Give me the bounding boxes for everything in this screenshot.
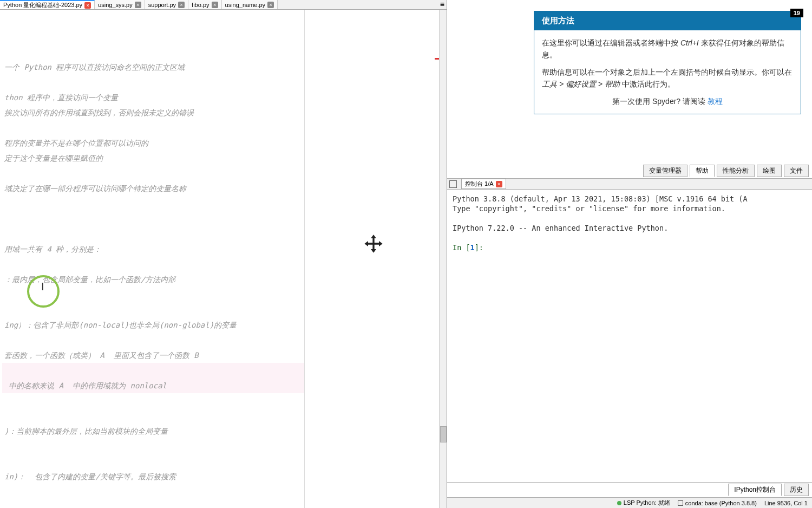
help-p3a: 第一次使用 Spyder? 请阅读	[612, 97, 708, 106]
help-pref-path: 工具 > 偏好设置 > 帮助	[542, 80, 620, 88]
editor-tab-label: fibo.py	[192, 2, 209, 8]
editor-tab-4[interactable]: using_name.py ×	[222, 0, 278, 9]
help-badge: 19	[790, 9, 803, 17]
tab-ipython-console[interactable]: IPython控制台	[728, 484, 782, 496]
editor-tab-3[interactable]: fibo.py ×	[188, 0, 221, 9]
code-line[interactable]	[2, 408, 304, 424]
error-marker	[435, 58, 439, 60]
tab-profiler[interactable]: 性能分析	[717, 165, 755, 177]
code-line[interactable]: ing）：包含了非局部(non-local)也非全局(non-global)的变…	[2, 317, 304, 333]
code-line[interactable]: )：当前脚本的最外层，比如当前模块的全局变量	[2, 424, 304, 439]
console-line: IPython 7.22.0 -- An enhanced Interactiv…	[453, 224, 668, 232]
code-line[interactable]	[2, 120, 304, 135]
help-title-text: 使用方法	[542, 16, 574, 25]
editor-scrollbar[interactable]	[439, 10, 447, 508]
conda-icon	[678, 500, 683, 506]
code-line[interactable]: 用域一共有 4 种，分别是：	[2, 242, 304, 257]
right-panel: 使用方法 19 在这里你可以通过在编辑器或者终端中按 Ctrl+I 来获得任何对…	[447, 0, 812, 508]
status-conda-text: conda: base (Python 3.8.8)	[685, 500, 757, 506]
code-line[interactable]	[2, 211, 304, 226]
status-lsp[interactable]: LSP Python: 就绪	[617, 499, 670, 507]
console-prompt-num: 1	[470, 243, 475, 252]
close-icon[interactable]: ×	[496, 181, 502, 187]
tab-plots[interactable]: 绘图	[757, 165, 782, 177]
code-line[interactable]: thon 程序中，直接访问一个变量	[2, 90, 304, 105]
help-shortcut: Ctrl+I	[680, 38, 699, 47]
editor-tab-0[interactable]: Python 量化编程基础-2023.py ×	[0, 0, 95, 9]
editor-tab-label: Python 量化编程基础-2023.py	[3, 1, 82, 9]
editor-tab-1[interactable]: using_sys.py ×	[95, 0, 145, 9]
close-icon[interactable]: ×	[267, 2, 274, 8]
help-p2a: 帮助信息可以在一个对象之后加上一个左圆括号的时候自动显示。你可以在	[542, 68, 792, 76]
code-line[interactable]	[2, 287, 304, 302]
code-line[interactable]	[2, 196, 304, 211]
code-line[interactable]: ：最内层，包含局部变量，比如一个函数/方法内部	[2, 272, 304, 287]
close-icon[interactable]: ×	[212, 2, 218, 8]
tab-variable-explorer[interactable]: 变量管理器	[643, 165, 687, 177]
editor-tab-2[interactable]: support.py ×	[145, 0, 188, 9]
code-line[interactable]: 挨次访问所有的作用域直到找到，否则会报未定义的错误	[2, 105, 304, 120]
console-tab-label: 控制台 1/A	[465, 180, 494, 188]
code-line[interactable]	[2, 75, 304, 90]
help-pane-tabs: 变量管理器 帮助 性能分析 绘图 文件	[447, 164, 812, 178]
console-panel: 控制台 1/A × Python 3.8.8 (default, Apr 13 …	[447, 179, 812, 497]
code-line[interactable]: 中的名称来说 A 中的作用域就为 nonlocal	[2, 378, 304, 393]
close-icon[interactable]: ×	[178, 2, 185, 8]
code-line[interactable]	[2, 166, 304, 181]
code-editor[interactable]: 一个 Python 程序可以直接访问命名空间的正文区域 thon 程序中，直接访…	[0, 10, 304, 508]
code-line[interactable]	[2, 484, 304, 499]
code-line[interactable]	[2, 302, 304, 317]
status-bar: LSP Python: 就绪 conda: base (Python 3.8.8…	[447, 497, 812, 508]
status-cursor-pos[interactable]: Line 9536, Col 1	[764, 500, 808, 506]
code-line[interactable]: 域决定了在哪一部分程序可以访问哪个特定的变量名称	[2, 181, 304, 196]
help-title: 使用方法 19	[534, 11, 801, 30]
editor-tab-label: using_sys.py	[98, 2, 133, 8]
code-line[interactable]: 程序的变量并不是在哪个位置都可以访问的	[2, 135, 304, 151]
move-cursor-icon	[363, 233, 384, 259]
close-icon[interactable]: ×	[135, 2, 141, 8]
tab-files[interactable]: 文件	[784, 165, 809, 177]
code-line[interactable]: in)： 包含了内建的变量/关键字等。最后被搜索	[2, 469, 304, 484]
console-tab-1[interactable]: 控制台 1/A ×	[461, 179, 506, 189]
help-p1a: 在这里你可以通过在编辑器或者终端中按	[542, 38, 680, 47]
console-prompt-in: In [	[453, 243, 470, 252]
tab-history[interactable]: 历史	[784, 484, 809, 496]
code-line[interactable]	[2, 257, 304, 272]
tutorial-link[interactable]: 教程	[708, 97, 723, 106]
editor-panel: Python 量化编程基础-2023.py × using_sys.py × s…	[0, 0, 447, 508]
help-card: 使用方法 19 在这里你可以通过在编辑器或者终端中按 Ctrl+I 来获得任何对…	[534, 11, 801, 114]
code-line[interactable]	[2, 499, 304, 508]
status-dot-icon	[617, 501, 621, 505]
code-line[interactable]: 一个 Python 程序可以直接访问命名空间的正文区域	[2, 60, 304, 75]
console-tab-bar: 控制台 1/A ×	[447, 179, 812, 190]
console-line: Type "copyright", "credits" or "license"…	[453, 204, 725, 213]
console-line: Python 3.8.8 (default, Apr 13 2021, 15:0…	[453, 194, 748, 203]
console-prompt-close: ]:	[475, 243, 488, 252]
text-cursor-icon: I	[41, 281, 44, 293]
help-body: 在这里你可以通过在编辑器或者终端中按 Ctrl+I 来获得任何对象的帮助信息。 …	[534, 30, 801, 114]
status-conda[interactable]: conda: base (Python 3.8.8)	[678, 500, 757, 506]
code-line[interactable]	[2, 393, 304, 408]
code-line[interactable]	[2, 14, 304, 29]
code-line[interactable]	[2, 454, 304, 469]
editor-tab-label: using_name.py	[225, 2, 266, 8]
tabs-menu-icon[interactable]: ≡	[438, 0, 447, 9]
code-line[interactable]	[2, 333, 304, 348]
code-line[interactable]: 定于这个变量是在哪里赋值的	[2, 151, 304, 166]
console-output[interactable]: Python 3.8.8 (default, Apr 13 2021, 15:0…	[447, 190, 812, 482]
close-icon[interactable]: ×	[84, 2, 91, 9]
editor-tab-bar: Python 量化编程基础-2023.py × using_sys.py × s…	[0, 0, 447, 10]
code-line[interactable]	[2, 439, 304, 454]
status-lsp-text: LSP Python: 就绪	[624, 499, 670, 507]
code-line[interactable]	[2, 44, 304, 60]
code-line[interactable]	[2, 226, 304, 242]
code-line[interactable]	[2, 363, 304, 378]
editor-body[interactable]: 一个 Python 程序可以直接访问命名空间的正文区域 thon 程序中，直接访…	[0, 10, 447, 508]
console-pane-tabs: IPython控制台 历史	[447, 482, 812, 497]
help-p2b: 中激活此行为。	[620, 80, 675, 88]
code-line[interactable]	[2, 29, 304, 44]
status-line-text: Line 9536, Col 1	[764, 500, 808, 506]
new-console-icon[interactable]	[449, 180, 457, 188]
tab-help[interactable]: 帮助	[690, 165, 715, 177]
code-line[interactable]: 套函数，一个函数（或类） A 里面又包含了一个函数 B	[2, 348, 304, 363]
